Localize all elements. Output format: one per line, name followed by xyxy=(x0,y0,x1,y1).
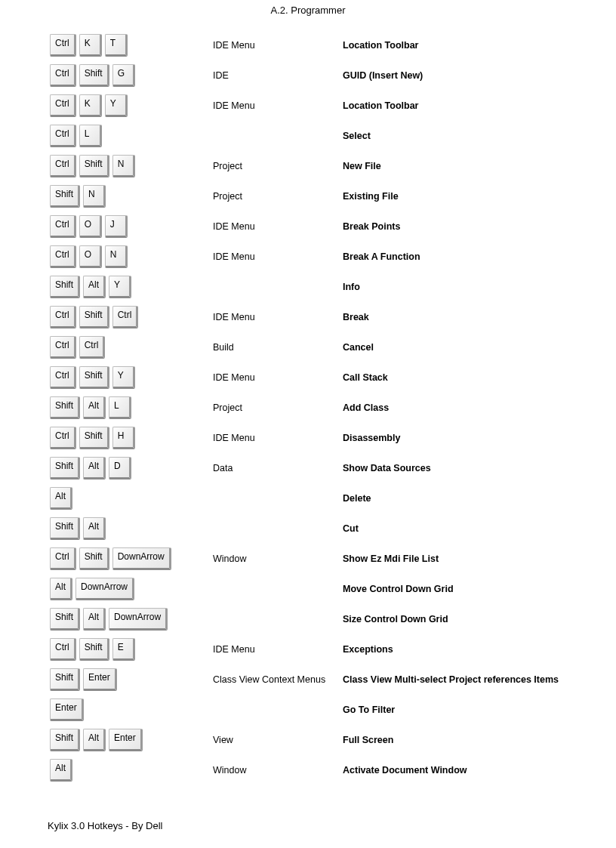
shortcut-row: AltDownArrowMove Control Down Grid xyxy=(50,574,578,604)
shortcut-menu: IDE Menu xyxy=(213,312,343,322)
shortcut-menu: Project xyxy=(213,191,343,202)
shortcut-action: Cut xyxy=(343,523,578,534)
key-cap: Y xyxy=(112,366,135,389)
key-cap: Shift xyxy=(79,638,109,661)
key-cap: E xyxy=(112,638,135,661)
shortcut-row: CtrlShiftDownArrowWindowShow Ez Mdi File… xyxy=(50,544,578,574)
key-cap: O xyxy=(79,215,102,238)
shortcut-action: Show Ez Mdi File List xyxy=(343,554,578,564)
key-cap: H xyxy=(112,427,135,449)
shortcut-action: Existing File xyxy=(343,191,578,202)
shortcut-keys: CtrlKY xyxy=(50,94,213,117)
shortcut-row: CtrlLSelect xyxy=(50,121,578,151)
shortcut-keys: CtrlL xyxy=(50,125,213,147)
key-cap: Ctrl xyxy=(50,547,76,570)
shortcut-action: Class View Multi-select Project referenc… xyxy=(343,674,578,685)
shortcut-table: CtrlKTIDE MenuLocation ToolbarCtrlShiftG… xyxy=(50,30,578,785)
shortcut-action: Info xyxy=(343,282,578,292)
shortcut-menu: Build xyxy=(213,342,343,353)
shortcut-keys: CtrlShiftE xyxy=(50,638,213,661)
shortcut-keys: Alt xyxy=(50,487,213,510)
shortcut-menu: Project xyxy=(213,161,343,171)
key-cap: Ctrl xyxy=(79,336,106,359)
key-cap: DownArrow xyxy=(112,547,171,570)
key-cap: DownArrow xyxy=(109,608,168,631)
shortcut-keys: CtrlShiftG xyxy=(50,64,213,87)
shortcut-action: Exceptions xyxy=(343,644,578,655)
key-cap: Ctrl xyxy=(50,427,76,449)
shortcut-action: Location Toolbar xyxy=(343,40,578,51)
key-cap: Enter xyxy=(50,698,84,721)
shortcut-row: CtrlShiftGIDEGUID (Insert New) xyxy=(50,60,578,91)
shortcut-keys: CtrlShiftCtrl xyxy=(50,306,213,328)
shortcut-keys: CtrlCtrl xyxy=(50,336,213,359)
shortcut-keys: Enter xyxy=(50,698,213,721)
shortcut-menu: Class View Context Menus xyxy=(213,674,343,685)
shortcut-action: GUID (Insert New) xyxy=(343,70,578,81)
shortcut-action: Break Points xyxy=(343,221,578,232)
shortcut-action: Select xyxy=(343,131,578,141)
key-cap: Ctrl xyxy=(50,155,76,177)
shortcut-keys: CtrlOJ xyxy=(50,215,213,238)
shortcut-menu: IDE Menu xyxy=(213,372,343,383)
shortcut-action: Break xyxy=(343,312,578,322)
shortcut-keys: ShiftAlt xyxy=(50,517,213,540)
key-cap: T xyxy=(105,34,128,57)
shortcut-keys: CtrlShiftH xyxy=(50,427,213,449)
shortcut-keys: ShiftAltY xyxy=(50,276,213,298)
shortcut-row: ShiftAltDDataShow Data Sources xyxy=(50,453,578,483)
key-cap: Ctrl xyxy=(112,306,139,328)
key-cap: Enter xyxy=(109,729,143,751)
shortcut-row: CtrlCtrlBuildCancel xyxy=(50,332,578,362)
key-cap: Ctrl xyxy=(50,215,76,238)
shortcut-row: CtrlONIDE MenuBreak A Function xyxy=(50,242,578,272)
shortcut-action: Move Control Down Grid xyxy=(343,584,578,594)
page-header: A.2. Programmer xyxy=(0,5,616,16)
key-cap: Alt xyxy=(83,396,106,419)
key-cap: D xyxy=(109,457,131,480)
shortcut-row: CtrlShiftHIDE MenuDisassembly xyxy=(50,423,578,453)
shortcut-action: Go To Filter xyxy=(343,705,578,715)
key-cap: Shift xyxy=(79,427,109,449)
key-cap: Ctrl xyxy=(50,638,76,661)
key-cap: O xyxy=(79,245,102,268)
key-cap: Shift xyxy=(50,517,80,540)
key-cap: G xyxy=(112,64,135,87)
shortcut-row: ShiftAltLProjectAdd Class xyxy=(50,393,578,423)
page: A.2. Programmer CtrlKTIDE MenuLocation T… xyxy=(0,0,616,848)
key-cap: L xyxy=(79,125,102,147)
key-cap: Alt xyxy=(83,517,106,540)
key-cap: Shift xyxy=(50,276,80,298)
key-cap: Ctrl xyxy=(50,94,76,117)
key-cap: Ctrl xyxy=(50,34,76,57)
shortcut-keys: ShiftAltD xyxy=(50,457,213,480)
shortcut-row: AltWindowActivate Document Window xyxy=(50,755,578,785)
shortcut-menu: Project xyxy=(213,402,343,413)
key-cap: Alt xyxy=(83,276,106,298)
shortcut-action: Location Toolbar xyxy=(343,100,578,111)
key-cap: Shift xyxy=(79,64,109,87)
shortcut-keys: CtrlShiftY xyxy=(50,366,213,389)
page-footer: Kylix 3.0 Hotkeys - By Dell xyxy=(48,820,162,831)
key-cap: N xyxy=(83,185,106,208)
key-cap: Enter xyxy=(83,668,117,691)
shortcut-row: EnterGo To Filter xyxy=(50,695,578,725)
shortcut-row: ShiftAltDownArrowSize Control Down Grid xyxy=(50,604,578,634)
shortcut-row: ShiftAltCut xyxy=(50,513,578,544)
key-cap: Shift xyxy=(79,155,109,177)
shortcut-keys: CtrlKT xyxy=(50,34,213,57)
key-cap: Alt xyxy=(83,729,106,751)
shortcut-menu: IDE Menu xyxy=(213,644,343,655)
key-cap: N xyxy=(112,155,135,177)
shortcut-keys: CtrlShiftDownArrow xyxy=(50,547,213,570)
key-cap: Shift xyxy=(79,366,109,389)
shortcut-action: Call Stack xyxy=(343,372,578,383)
shortcut-row: CtrlOJIDE MenuBreak Points xyxy=(50,211,578,242)
key-cap: K xyxy=(79,34,102,57)
key-cap: Shift xyxy=(79,306,109,328)
key-cap: Shift xyxy=(50,668,80,691)
key-cap: N xyxy=(105,245,128,268)
key-cap: Ctrl xyxy=(50,245,76,268)
key-cap: Ctrl xyxy=(50,306,76,328)
key-cap: Y xyxy=(109,276,131,298)
